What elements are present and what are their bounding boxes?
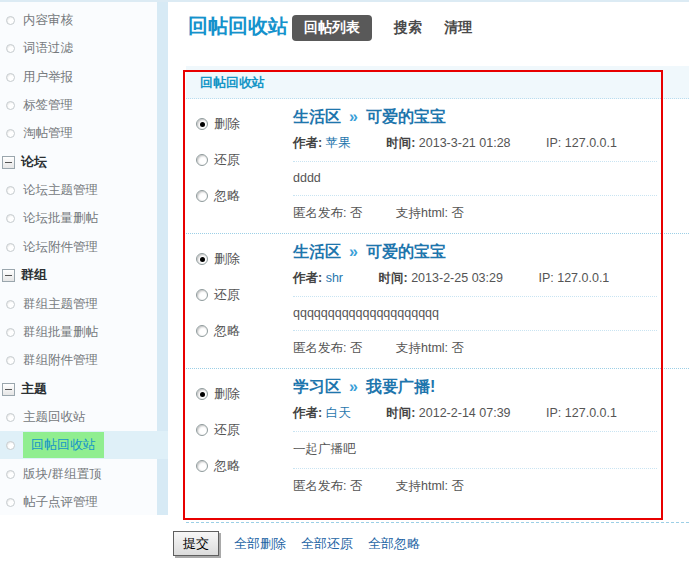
bullet-icon [6,300,15,309]
bullet-icon [6,356,15,365]
radio-icon[interactable] [196,190,208,202]
collapse-minus-icon[interactable] [2,269,15,282]
bullet-icon [6,243,15,252]
sidebar-item-forum-batch-delete[interactable]: 论坛批量删帖 [0,204,157,232]
submit-button[interactable]: 提交 [173,531,219,556]
entry-flags-row: 匿名发布: 否 支持html: 否 [293,469,657,495]
sidebar-item-post-comment-management[interactable]: 帖子点评管理 [0,488,157,516]
radio-icon[interactable] [196,289,208,301]
action-radio-group: 删除 还原 忽略 [186,242,293,358]
sidebar-section-topic[interactable]: 主题 [0,375,157,403]
footer-actions: 提交 全部删除 全部还原 全部忽略 [173,531,420,556]
entry-body: 学习区»我要广播! 作者: 白天 时间: 2012-2-14 07:39 IP:… [293,377,689,495]
reply-recycle-panel: 回帖回收站 删除 还原 忽略 生活区»可爱的宝宝 作者: 苹果 时间: 2013… [186,66,689,523]
radio-icon[interactable] [196,154,208,166]
collapse-minus-icon[interactable] [2,156,15,169]
sidebar-section-forum[interactable]: 论坛 [0,148,157,176]
forum-link[interactable]: 学习区 [293,378,341,395]
author-link[interactable]: shr [326,271,343,285]
breadcrumb-arrow-icon: » [349,243,358,260]
entry-body: 生活区»可爱的宝宝 作者: 苹果 时间: 2013-3-21 01:28 IP:… [293,107,689,223]
post-time: 2013-2-25 03:29 [411,271,503,285]
sidebar-section-group[interactable]: 群组 [0,261,157,289]
sidebar-item-group-attachment-management[interactable]: 群组附件管理 [0,346,157,374]
delete-all-link[interactable]: 全部删除 [234,535,286,553]
reply-entry: 删除 还原 忽略 生活区»可爱的宝宝 作者: shr 时间: 2013-2-25… [186,234,689,369]
radio-icon[interactable] [196,253,208,265]
entry-title-row: 学习区»我要广播! [293,377,657,401]
entry-body: 生活区»可爱的宝宝 作者: shr 时间: 2013-2-25 03:29 IP… [293,242,689,358]
forum-link[interactable]: 生活区 [293,243,341,260]
sidebar-item-forum-topic-management[interactable]: 论坛主题管理 [0,176,157,204]
thread-link[interactable]: 我要广播! [366,378,435,395]
radio-delete[interactable]: 删除 [196,250,293,268]
entry-content: dddd [293,162,657,196]
sidebar-item-board-group-pin[interactable]: 版块/群组置顶 [0,460,157,488]
reply-entry: 删除 还原 忽略 学习区»我要广播! 作者: 白天 时间: 2012-2-14 … [186,369,689,505]
radio-delete[interactable]: 删除 [196,115,293,133]
sidebar-item-reply-recycle-bin[interactable]: 回帖回收站 [0,431,168,459]
radio-delete[interactable]: 删除 [196,385,293,403]
tab-reply-list[interactable]: 回帖列表 [292,15,372,41]
post-ip: 127.0.0.1 [557,271,609,285]
entry-flags-row: 匿名发布: 否 支持html: 否 [293,331,657,357]
collapse-minus-icon[interactable] [2,383,15,396]
thread-link[interactable]: 可爱的宝宝 [366,243,446,260]
post-time: 2013-3-21 01:28 [419,136,511,150]
radio-ignore[interactable]: 忽略 [196,187,293,205]
anonymous-value: 否 [350,206,363,220]
sidebar-item-group-batch-delete[interactable]: 群组批量删帖 [0,318,157,346]
author-link[interactable]: 苹果 [326,136,351,150]
bullet-icon [6,214,15,223]
sidebar-item-group-topic-management[interactable]: 群组主题管理 [0,290,157,318]
html-value: 否 [452,479,465,493]
radio-ignore[interactable]: 忽略 [196,322,293,340]
entry-title-row: 生活区»可爱的宝宝 [293,242,657,266]
radio-restore[interactable]: 还原 [196,286,293,304]
action-radio-group: 删除 还原 忽略 [186,377,293,495]
post-ip: 127.0.0.1 [565,406,617,420]
bullet-icon [6,73,15,82]
thread-link[interactable]: 可爱的宝宝 [366,108,446,125]
bullet-icon [6,413,15,422]
ignore-all-link[interactable]: 全部忽略 [368,535,420,553]
breadcrumb-arrow-icon: » [349,108,358,125]
panel-title: 回帖回收站 [186,66,689,99]
tab-search[interactable]: 搜索 [394,19,422,37]
post-time: 2012-2-14 07:39 [419,406,511,420]
reply-entry: 删除 还原 忽略 生活区»可爱的宝宝 作者: 苹果 时间: 2013-3-21 … [186,99,689,234]
radio-icon[interactable] [196,424,208,436]
restore-all-link[interactable]: 全部还原 [301,535,353,553]
bullet-icon [6,129,15,138]
bullet-icon [6,44,15,53]
sidebar-item-user-reports[interactable]: 用户举报 [0,63,157,91]
sidebar-item-taotie-management[interactable]: 淘帖管理 [0,119,157,147]
sidebar-item-tag-management[interactable]: 标签管理 [0,91,157,119]
admin-panel: 内容审核 词语过滤 用户举报 标签管理 淘帖管理 论坛 论坛主题管理 论坛批量删… [0,0,689,568]
post-ip: 127.0.0.1 [565,136,617,150]
sidebar-item-content-review[interactable]: 内容审核 [0,6,157,34]
radio-icon[interactable] [196,460,208,472]
forum-link[interactable]: 生活区 [293,108,341,125]
html-value: 否 [452,206,465,220]
sidebar-item-forum-attachment-management[interactable]: 论坛附件管理 [0,233,157,261]
entry-content: 一起广播吧 [293,432,657,469]
bullet-icon [6,441,15,450]
radio-restore[interactable]: 还原 [196,151,293,169]
tab-cleanup[interactable]: 清理 [444,19,472,37]
bullet-icon [6,16,15,25]
bullet-icon [6,186,15,195]
sidebar-item-word-filter[interactable]: 词语过滤 [0,34,157,62]
sidebar-item-topic-recycle-bin[interactable]: 主题回收站 [0,403,157,431]
entry-meta-row: 作者: 白天 时间: 2012-2-14 07:39 IP: 127.0.0.1 [293,401,657,432]
bullet-icon [6,498,15,507]
radio-ignore[interactable]: 忽略 [196,457,293,475]
bullet-icon [6,470,15,479]
radio-restore[interactable]: 还原 [196,421,293,439]
radio-icon[interactable] [196,325,208,337]
breadcrumb-arrow-icon: » [349,378,358,395]
radio-icon[interactable] [196,388,208,400]
author-link[interactable]: 白天 [326,406,351,420]
entry-meta-row: 作者: shr 时间: 2013-2-25 03:29 IP: 127.0.0.… [293,266,657,297]
radio-icon[interactable] [196,118,208,130]
